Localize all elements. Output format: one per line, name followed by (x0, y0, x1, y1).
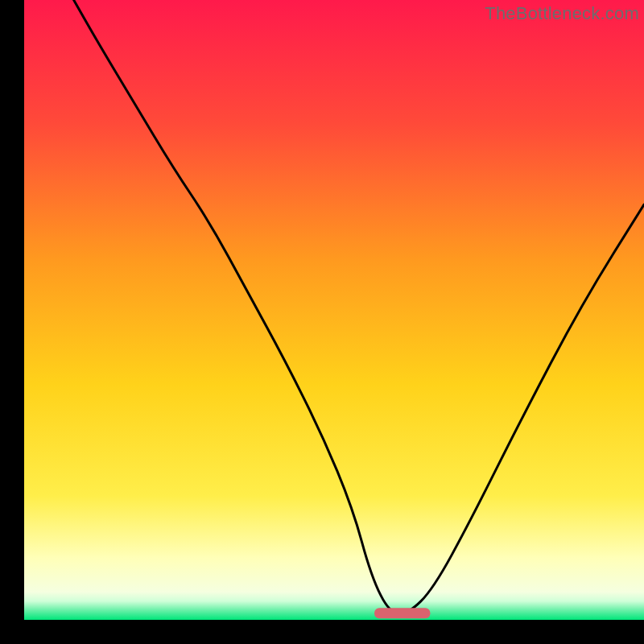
bottleneck-curve (74, 0, 644, 613)
chart-frame: TheBottleneck.com (24, 0, 644, 620)
optimal-marker (374, 608, 430, 618)
chart-curve-layer (24, 0, 644, 620)
watermark-text: TheBottleneck.com (485, 3, 639, 24)
